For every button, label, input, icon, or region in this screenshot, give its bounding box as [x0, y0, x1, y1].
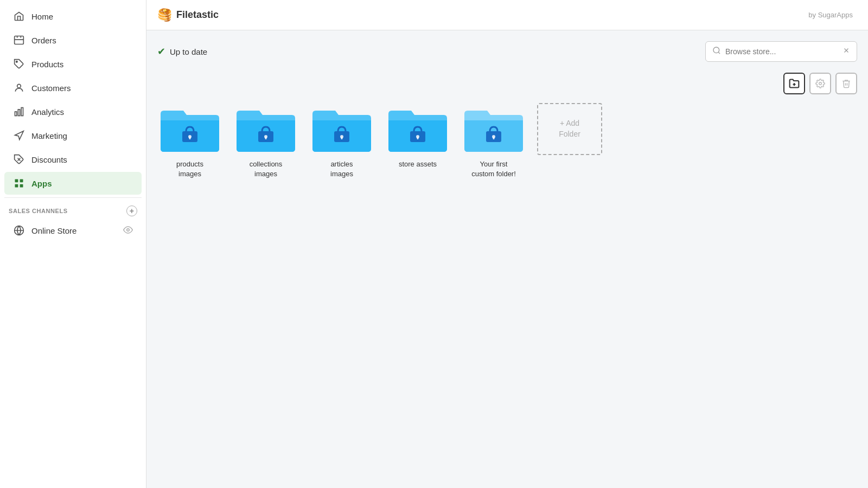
sidebar-item-marketing[interactable]: Marketing: [4, 124, 142, 147]
new-folder-button[interactable]: [783, 73, 805, 94]
folder-label: collections images: [250, 159, 283, 179]
sidebar-item-label: Apps: [31, 179, 52, 188]
content-area: ✔ Up to date: [146, 30, 868, 488]
online-store-icon: [13, 224, 25, 236]
status-label: Up to date: [170, 47, 207, 56]
sidebar-item-label: Customers: [31, 84, 71, 93]
svg-rect-4: [18, 110, 20, 116]
folder-icon: [233, 103, 298, 155]
marketing-icon: [13, 130, 25, 142]
svg-rect-22: [189, 137, 191, 139]
svg-rect-11: [20, 184, 23, 188]
svg-point-19: [819, 82, 822, 85]
folder-icon: [157, 103, 222, 155]
svg-point-2: [17, 84, 21, 88]
folder-articles-images[interactable]: articles images: [309, 103, 374, 179]
sidebar-item-label: Orders: [31, 36, 56, 45]
search-icon: [712, 46, 721, 57]
svg-point-1: [16, 61, 17, 63]
checkmark-icon: ✔: [157, 46, 165, 57]
folder-icon: [309, 103, 374, 155]
folder-icon: [461, 103, 526, 155]
sales-channels-header: SALES CHANNELS +: [0, 200, 146, 219]
search-input[interactable]: [725, 47, 838, 56]
sidebar-item-apps[interactable]: Apps: [4, 172, 142, 195]
svg-rect-5: [21, 108, 23, 116]
sidebar-item-orders[interactable]: Orders: [4, 29, 142, 52]
search-bar[interactable]: [705, 41, 857, 62]
topbar: 🥞 Filetastic by SugarApps: [146, 0, 868, 30]
folder-products-images[interactable]: products images: [157, 103, 222, 179]
app-logo: 🥞 Filetastic: [157, 8, 219, 22]
svg-rect-34: [493, 137, 495, 139]
folder-label: products images: [176, 159, 203, 179]
folder-label: Your first custom folder!: [471, 159, 516, 179]
folder-collections-images[interactable]: collections images: [233, 103, 298, 179]
home-icon: [13, 10, 25, 22]
analytics-icon: [13, 106, 25, 118]
apps-icon: [13, 177, 25, 189]
products-icon: [13, 58, 25, 70]
folders-grid: products images co: [157, 103, 857, 179]
folder-store-assets[interactable]: store assets: [385, 103, 450, 169]
sidebar-divider: [4, 197, 142, 198]
sidebar-item-home[interactable]: Home: [4, 5, 142, 28]
sidebar-item-label: Products: [31, 60, 63, 69]
svg-point-14: [713, 47, 719, 53]
sidebar-item-label: Marketing: [31, 131, 67, 140]
status-indicator: ✔ Up to date: [157, 46, 207, 57]
sidebar-item-online-store[interactable]: Online Store: [4, 219, 142, 242]
close-icon[interactable]: [843, 47, 850, 56]
online-store-label: Online Store: [31, 226, 117, 235]
by-label: by SugarApps: [808, 11, 853, 19]
add-folder-item[interactable]: + Add Folder: [537, 103, 602, 155]
app-icon: 🥞: [157, 8, 172, 22]
svg-point-13: [127, 228, 130, 231]
folder-label: articles images: [330, 159, 353, 179]
folder-toolbar: [157, 73, 857, 94]
sidebar: Home Orders Products Customers Analytics…: [0, 0, 146, 488]
sidebar-item-label: Home: [31, 12, 53, 21]
sales-channels-label: SALES CHANNELS: [9, 208, 68, 214]
sidebar-item-customers[interactable]: Customers: [4, 76, 142, 99]
add-folder-box[interactable]: + Add Folder: [537, 103, 602, 155]
delete-folder-button[interactable]: [835, 73, 857, 94]
sidebar-item-analytics[interactable]: Analytics: [4, 100, 142, 123]
svg-rect-3: [15, 112, 17, 116]
app-name: Filetastic: [176, 9, 219, 21]
folder-icon: [385, 103, 450, 155]
online-store-eye-icon[interactable]: [123, 225, 133, 236]
svg-rect-10: [15, 184, 18, 188]
add-sales-channel-button[interactable]: +: [126, 206, 137, 216]
svg-rect-8: [15, 179, 18, 183]
main-content: 🥞 Filetastic by SugarApps ✔ Up to date: [146, 0, 868, 488]
svg-rect-9: [20, 179, 23, 183]
discounts-icon: [13, 153, 25, 165]
customers-icon: [13, 82, 25, 94]
status-bar: ✔ Up to date: [157, 41, 857, 62]
sidebar-item-label: Discounts: [31, 155, 67, 164]
folder-label: store assets: [399, 159, 437, 169]
sidebar-item-products[interactable]: Products: [4, 53, 142, 75]
svg-rect-28: [341, 137, 343, 139]
svg-rect-25: [265, 137, 267, 139]
sidebar-item-discounts[interactable]: Discounts: [4, 148, 142, 171]
add-folder-label: + Add Folder: [559, 118, 580, 139]
orders-icon: [13, 34, 25, 46]
sidebar-item-label: Analytics: [31, 107, 64, 117]
folder-custom[interactable]: Your first custom folder!: [461, 103, 526, 179]
folder-settings-button[interactable]: [809, 73, 831, 94]
svg-rect-31: [417, 137, 419, 139]
